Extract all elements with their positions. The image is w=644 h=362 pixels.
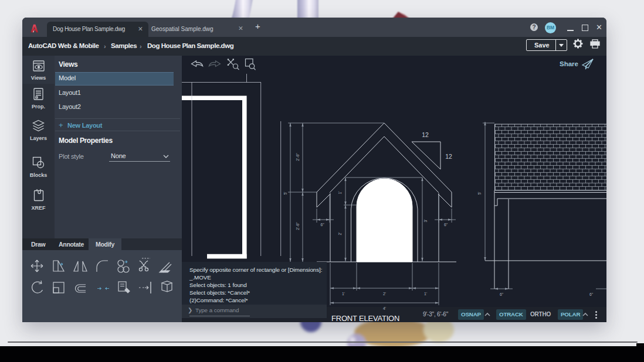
svg-text:2': 2' bbox=[383, 292, 386, 296]
svg-text:6": 6" bbox=[589, 292, 594, 296]
svg-text:12: 12 bbox=[422, 131, 429, 138]
svg-text:3': 3' bbox=[423, 219, 428, 222]
svg-text:6": 6" bbox=[320, 223, 324, 227]
svg-text:1': 1' bbox=[424, 292, 427, 296]
svg-text:2'-6": 2'-6" bbox=[296, 222, 300, 230]
svg-text:2': 2' bbox=[338, 232, 342, 235]
svg-text:6": 6" bbox=[500, 292, 504, 296]
svg-text:12: 12 bbox=[445, 153, 452, 160]
svg-text:2'-6": 2'-6" bbox=[296, 153, 300, 161]
svg-text:1': 1' bbox=[338, 191, 342, 194]
svg-text:5': 5' bbox=[477, 192, 482, 194]
svg-text:1': 1' bbox=[342, 292, 345, 296]
svg-text:5': 5' bbox=[283, 192, 287, 194]
svg-text:6": 6" bbox=[444, 223, 448, 227]
